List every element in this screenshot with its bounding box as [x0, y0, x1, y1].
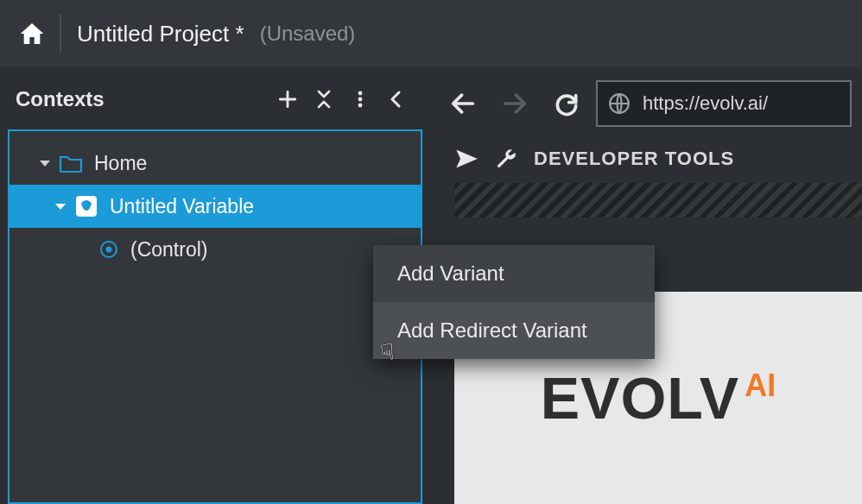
logo-text-ai: AI — [745, 368, 776, 404]
tree-node-control[interactable]: (Control) — [10, 228, 421, 271]
tree-node-label: Untitled Variable — [110, 195, 254, 218]
contexts-tree: Home Untitled Variable (Control) — [8, 129, 422, 504]
sidebar-header: Contexts — [0, 72, 430, 126]
wrench-icon — [494, 147, 518, 171]
svg-point-0 — [358, 91, 363, 96]
tree-node-label: (Control) — [130, 238, 207, 261]
more-options-button[interactable] — [342, 81, 378, 117]
devtools-header[interactable]: DEVELOPER TOOLS — [430, 135, 862, 183]
top-bar: Untitled Project * (Unsaved) — [0, 0, 862, 67]
unsaved-indicator: (Unsaved) — [260, 22, 356, 46]
tree-node-home[interactable]: Home — [10, 142, 421, 185]
menu-add-variant[interactable]: Add Variant — [373, 245, 655, 302]
arrow-right-icon — [500, 89, 529, 118]
nav-reload-button[interactable] — [544, 83, 589, 124]
menu-add-redirect-variant[interactable]: Add Redirect Variant — [373, 302, 655, 359]
kebab-icon — [350, 89, 371, 110]
home-icon — [18, 20, 46, 47]
globe-icon — [608, 92, 631, 115]
svg-point-1 — [358, 98, 363, 102]
arrow-left-icon — [448, 89, 478, 118]
triangle-down-icon — [38, 156, 52, 170]
nav-forward-button[interactable] — [492, 83, 537, 124]
svg-point-5 — [106, 247, 112, 253]
stripe-divider — [454, 183, 862, 217]
folder-icon — [56, 153, 86, 173]
home-button[interactable] — [13, 15, 51, 53]
plus-icon — [276, 88, 299, 110]
project-title[interactable]: Untitled Project * — [77, 21, 244, 47]
tree-node-variable[interactable]: Untitled Variable — [10, 185, 421, 228]
disclosure-toggle[interactable] — [49, 199, 72, 213]
devtools-label: DEVELOPER TOOLS — [534, 148, 734, 170]
reload-icon — [553, 90, 580, 117]
collapse-sidebar-button[interactable] — [378, 81, 415, 117]
context-menu: Add Variant Add Redirect Variant — [373, 245, 655, 359]
add-context-button[interactable] — [269, 81, 306, 117]
logo-text-main: EVOLV — [541, 364, 739, 432]
send-icon — [454, 147, 479, 171]
svg-point-2 — [358, 104, 363, 108]
variable-icon — [72, 195, 101, 217]
address-url: https://evolv.ai/ — [643, 92, 768, 115]
browser-nav-bar: https://evolv.ai/ — [430, 72, 862, 135]
sidebar-title: Contexts — [16, 87, 269, 111]
contexts-sidebar: Contexts — [0, 67, 430, 504]
address-bar[interactable]: https://evolv.ai/ — [596, 80, 852, 127]
nav-back-button[interactable] — [441, 83, 485, 124]
topbar-separator — [60, 15, 61, 53]
collapse-icon — [314, 89, 334, 110]
disclosure-toggle[interactable] — [34, 156, 56, 170]
control-icon — [96, 240, 122, 259]
chevron-left-icon — [386, 89, 407, 110]
triangle-down-icon — [54, 199, 67, 213]
collapse-all-button[interactable] — [306, 81, 342, 117]
tree-node-label: Home — [94, 152, 147, 175]
evolv-logo: EVOLV AI — [541, 364, 776, 432]
